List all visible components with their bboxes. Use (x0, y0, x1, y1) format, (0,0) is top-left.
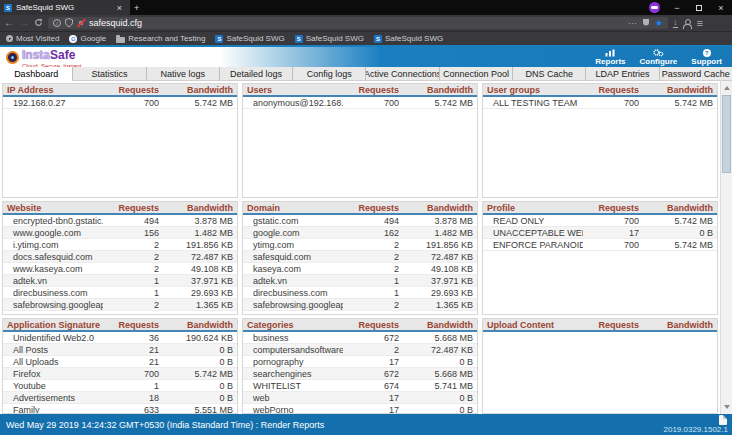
nav-tabs: DashboardStatisticsNative logsDetailed l… (0, 67, 732, 81)
panel-upload-content: Upload ContentRequestsBandwidth (482, 318, 718, 414)
table-row: Firefox7005.742 MB (3, 368, 237, 380)
safesquid-favicon-icon (215, 35, 223, 43)
table-row: pornography170 B (243, 356, 477, 368)
column-header-bandwidth: Bandwidth (159, 85, 233, 95)
panel-header-categories: CategoriesRequestsBandwidth (243, 319, 477, 332)
scrollbar-thumb[interactable] (722, 95, 731, 173)
back-icon[interactable]: ← (4, 18, 14, 28)
bookmark-safesquid-swg[interactable]: SafeSquid SWG (215, 34, 284, 43)
row-bandwidth: 0 B (399, 405, 473, 415)
table-row: Advertisements180 B (3, 392, 237, 404)
panel-header-profile: ProfileRequestsBandwidth (483, 202, 717, 215)
bookmark-google[interactable]: GGoogle (69, 34, 106, 43)
pocket-shield-icon[interactable] (642, 18, 650, 28)
table-row: adtek.vn137.971 KB (3, 275, 237, 287)
panel-header-application-signature: Application SignatureRequestsBandwidth (3, 319, 237, 332)
row-bandwidth: 1.365 KB (399, 300, 473, 310)
row-name: anonymous@192.168.0.27 (247, 98, 343, 108)
url-text[interactable]: safesquid.cfg (89, 18, 624, 28)
bookmark-label: SafeSquid SWG (306, 34, 364, 43)
forward-icon[interactable]: → (19, 18, 29, 28)
panel-rows: gstatic.com4943.878 MBgoogle.com1621.482… (243, 215, 477, 311)
site-info-icon[interactable]: i (53, 19, 61, 27)
minimize-button[interactable]: − (666, 0, 688, 15)
support-button[interactable]: ? Support (691, 48, 722, 66)
tab-dns-cache[interactable]: DNS Cache (513, 67, 586, 81)
tab-config-logs[interactable]: Config logs (293, 67, 366, 81)
row-requests: 17 (343, 357, 399, 367)
instasafe-logo: InstaSafe Cloud. Secure. Instant. (0, 46, 83, 69)
row-requests: 700 (583, 98, 639, 108)
row-requests: 2 (103, 300, 159, 310)
download-icon[interactable]: ↓ (673, 18, 678, 28)
google-icon: G (69, 35, 77, 43)
refresh-icon[interactable] (34, 18, 43, 29)
tab-detailed-logs[interactable]: Detailed logs (220, 67, 293, 81)
document-icon[interactable] (719, 415, 727, 425)
column-header-requests: Requests (583, 203, 639, 213)
column-header-bandwidth: Bandwidth (639, 320, 713, 330)
panel-user-groups: User groupsRequestsBandwidthALL TESTING … (482, 83, 718, 198)
bookmark-safesquid-swg[interactable]: SafeSquid SWG (374, 34, 443, 43)
row-requests: 2 (103, 252, 159, 262)
configure-button[interactable]: Configure (640, 48, 678, 66)
row-name: ALL TESTING TEAM (487, 98, 583, 108)
tab-native-logs[interactable]: Native logs (147, 67, 220, 81)
row-bandwidth: 1.365 KB (159, 300, 233, 310)
tab-dashboard[interactable]: Dashboard (0, 67, 73, 81)
table-row: encrypted-tbn0.gstatic.com4943.878 MB (3, 215, 237, 227)
column-header-requests: Requests (103, 203, 159, 213)
row-name: www.kaseya.com (7, 264, 103, 274)
table-row: gstatic.com4943.878 MB (243, 215, 477, 227)
row-requests: 672 (343, 369, 399, 379)
tracking-shield-icon[interactable] (65, 18, 73, 29)
bookmark-star-icon[interactable]: ★ (655, 18, 663, 28)
url-bar[interactable]: i safesquid.cfg ··· ★ (48, 17, 668, 29)
tab-ldap-entries[interactable]: LDAP Entries (586, 67, 659, 81)
menu-icon[interactable]: ≡ (697, 18, 703, 29)
row-requests: 1 (103, 381, 159, 391)
row-bandwidth: 72.487 KB (399, 252, 473, 262)
table-row: www.kaseya.com249.108 KB (3, 263, 237, 275)
table-row: www.google.com1561.482 MB (3, 227, 237, 239)
row-bandwidth: 5.742 MB (639, 216, 713, 226)
row-requests: 672 (343, 333, 399, 343)
row-bandwidth: 0 B (159, 345, 233, 355)
scroll-up-icon[interactable] (721, 82, 732, 94)
row-name: safebrowsing.googleapis.com (247, 300, 343, 310)
column-header-requests: Requests (343, 203, 399, 213)
page-actions-icon[interactable]: ··· (628, 18, 637, 28)
panel-header-users: UsersRequestsBandwidth (243, 84, 477, 97)
close-button[interactable]: × (710, 0, 732, 15)
tab-active-connections[interactable]: Active Connections (366, 67, 439, 81)
panel-rows: READ ONLY7005.742 MBUNACCEPTABLE WEB CAT… (483, 215, 717, 251)
reports-button[interactable]: Reports (595, 48, 625, 66)
bookmark-research-and-testing[interactable]: Research and Testing (116, 34, 205, 43)
tab-close-icon[interactable]: × (113, 3, 126, 13)
bookmarks-bar: Most VisitedGGoogleResearch and TestingS… (0, 31, 732, 45)
row-name: computersandsoftware (247, 345, 343, 355)
table-row: All Posts210 B (3, 344, 237, 356)
scroll-down-icon[interactable] (721, 401, 732, 413)
row-requests: 700 (343, 98, 399, 108)
tab-connection-pool[interactable]: Connection Pool (440, 67, 513, 81)
vertical-scrollbar[interactable] (720, 81, 732, 414)
bookmark-most-visited[interactable]: Most Visited (6, 34, 59, 43)
row-name: Firefox (7, 369, 103, 379)
maximize-button[interactable] (688, 0, 710, 15)
panel-grid: IP AddressRequestsBandwidth192.168.0.277… (2, 83, 718, 414)
new-tab-button[interactable]: + (130, 0, 143, 15)
blocked-content-icon[interactable] (77, 19, 85, 27)
row-name: business (247, 333, 343, 343)
account-icon[interactable] (683, 19, 692, 28)
table-row: web170 B (243, 392, 477, 404)
row-bandwidth: 0 B (639, 228, 713, 238)
row-name: adtek.vn (7, 276, 103, 286)
tab-statistics[interactable]: Statistics (73, 67, 146, 81)
panel-title: Domain (247, 203, 343, 213)
panel-users: UsersRequestsBandwidthanonymous@192.168.… (242, 83, 478, 198)
tab-password-cache[interactable]: Password Cache (660, 67, 732, 81)
bookmark-safesquid-swg[interactable]: SafeSquid SWG (295, 34, 364, 43)
browser-tab[interactable]: S SafeSquid SWG × (0, 0, 130, 15)
logo-text-insta: Insta (22, 48, 50, 62)
